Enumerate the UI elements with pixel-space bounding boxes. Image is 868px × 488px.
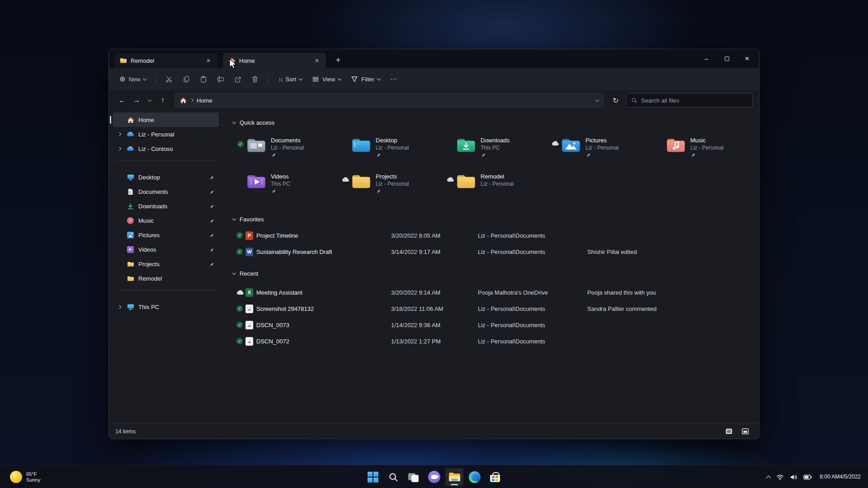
tile-name: Projects <box>376 173 409 180</box>
sidebar-item-remodel[interactable]: Remodel <box>113 271 219 286</box>
copy-button[interactable] <box>179 71 194 87</box>
tab-close-icon[interactable]: × <box>312 56 321 65</box>
maximize-button[interactable] <box>717 51 737 67</box>
synced-check-icon: ✓ <box>236 141 245 147</box>
close-button[interactable]: × <box>737 51 757 67</box>
new-button[interactable]: ⊕ New <box>115 71 150 87</box>
forward-button[interactable]: → <box>130 94 143 107</box>
tile-remodel[interactable]: Remodel Liz - Personal <box>442 170 547 205</box>
tile-music[interactable]: Music Liz - Personal <box>651 134 756 169</box>
up-button[interactable]: ↑ <box>156 94 170 107</box>
tile-desktop[interactable]: Desktop Liz - Personal <box>337 134 442 169</box>
section-header-recent[interactable]: Recent <box>232 268 748 279</box>
file-row-meeting-assistant[interactable]: X Meeting Assistant 3/20/2022 9:14 AM Po… <box>232 284 748 300</box>
system-tray: 8:00 AM 4/5/2022 <box>764 465 863 488</box>
tile-name: Desktop <box>376 136 409 144</box>
sidebar-item-this-pc[interactable]: This PC <box>113 300 219 314</box>
file-date: 1/14/2022 9:36 AM <box>391 322 478 328</box>
file-row-dscn-0072[interactable]: ✓ DSCN_0072 1/13/2022 1:27 PM Liz - Pers… <box>232 333 748 349</box>
tab-label: Remodel <box>131 57 154 64</box>
edge-button[interactable] <box>466 468 484 486</box>
clock[interactable]: 8:00 AM 4/5/2022 <box>818 474 861 480</box>
tile-downloads[interactable]: Downloads This PC <box>442 134 547 169</box>
sidebar-label: Videos <box>138 246 156 253</box>
store-button[interactable] <box>486 468 504 486</box>
sidebar-item-music[interactable]: ♪ Music <box>113 213 219 228</box>
chevron-right-icon[interactable] <box>116 133 123 136</box>
tile-documents[interactable]: ✓ Documents Liz - Personal <box>232 134 337 169</box>
tray-expand-button[interactable] <box>767 474 770 480</box>
divider <box>156 74 156 84</box>
breadcrumb[interactable]: Home <box>175 93 604 108</box>
cut-button[interactable] <box>161 71 177 87</box>
file-activity: Pooja shared this with you <box>587 289 748 296</box>
details-view-button[interactable] <box>724 427 734 436</box>
tile-videos[interactable]: Videos This PC <box>232 170 337 205</box>
file-name: Project Timeline <box>256 232 391 239</box>
tab-home[interactable]: Home × <box>223 53 326 68</box>
breadcrumb-item-home[interactable]: Home <box>197 97 212 104</box>
battery-button[interactable] <box>803 474 812 480</box>
pin-icon <box>209 262 214 267</box>
tile-pictures[interactable]: Pictures Liz - Personal <box>547 134 651 169</box>
large-icons-view-button[interactable] <box>740 427 750 436</box>
music-folder-icon <box>666 137 686 154</box>
sidebar-item-pictures[interactable]: Pictures <box>113 228 219 242</box>
tile-projects[interactable]: Projects Liz - Personal <box>337 170 442 205</box>
section-header-quick-access[interactable]: Quick access <box>232 117 748 128</box>
sidebar-item-downloads[interactable]: Downloads <box>113 199 219 213</box>
sidebar-label: Pictures <box>138 232 160 239</box>
chat-button[interactable] <box>425 468 443 486</box>
sidebar-item-liz-contoso[interactable]: Liz - Contoso <box>113 141 219 156</box>
address-dropdown-icon[interactable] <box>595 98 599 101</box>
sidebar-item-desktop[interactable]: Desktop <box>113 170 219 184</box>
tab-close-icon[interactable]: × <box>204 56 213 65</box>
cloud-status-icon <box>551 141 559 146</box>
file-explorer-window: Remodel × Home × + − × ⊕ New <box>108 49 760 439</box>
taskbar-icons <box>0 465 868 488</box>
delete-button[interactable] <box>247 71 263 87</box>
filter-button[interactable]: Filter <box>347 71 384 87</box>
sidebar-item-videos[interactable]: ▶ Videos <box>113 242 219 257</box>
chevron-right-icon[interactable] <box>116 305 123 308</box>
file-date: 3/20/2022 8:05 AM <box>391 232 478 239</box>
sidebar-item-documents[interactable]: Documents <box>113 184 219 199</box>
recent-locations-button[interactable] <box>144 94 155 107</box>
search-button[interactable] <box>384 468 402 486</box>
share-button[interactable] <box>230 71 245 87</box>
content-pane: Quick access ✓ Documents Liz - Personal <box>223 111 759 423</box>
chevron-down-icon <box>232 271 236 274</box>
sidebar-label: Liz - Personal <box>138 131 174 138</box>
file-row-sustainability-research-draft[interactable]: ✓ W Sustainability Research Draft 3/14/2… <box>232 244 748 260</box>
file-row-screenshot-29478132[interactable]: ✓ Screenshot 29478132 3/18/2022 11:06 AM… <box>232 300 748 317</box>
search-box <box>626 93 753 108</box>
tab-remodel[interactable]: Remodel × <box>114 53 217 68</box>
maximize-icon <box>725 56 729 61</box>
file-explorer-button[interactable] <box>445 468 463 486</box>
rename-button[interactable] <box>213 71 228 87</box>
wifi-button[interactable] <box>776 474 784 480</box>
sidebar-item-projects[interactable]: Projects <box>113 257 219 271</box>
sort-button[interactable]: ↑↓ Sort <box>274 71 306 87</box>
file-name: Screenshot 29478132 <box>256 305 391 312</box>
refresh-button[interactable]: ↻ <box>609 94 623 107</box>
back-button[interactable]: ← <box>115 94 129 107</box>
search-input[interactable] <box>641 97 748 104</box>
file-date: 3/20/2022 9:14 AM <box>391 289 478 296</box>
selection-indicator <box>110 116 111 124</box>
minimize-button[interactable]: − <box>696 51 717 67</box>
image-file-icon <box>245 321 253 329</box>
section-header-favorites[interactable]: Favorites <box>232 214 748 225</box>
file-row-dscn-0073[interactable]: ✓ DSCN_0073 1/14/2022 9:36 AM Liz - Pers… <box>232 317 748 333</box>
more-options-button[interactable]: ⋯ <box>386 71 401 87</box>
sidebar-item-liz-personal[interactable]: Liz - Personal <box>113 127 219 141</box>
volume-button[interactable] <box>790 474 797 480</box>
paste-button[interactable] <box>196 71 211 87</box>
file-row-project-timeline[interactable]: ✓ P Project Timeline 3/20/2022 8:05 AM L… <box>232 227 748 244</box>
start-button[interactable] <box>364 468 382 486</box>
task-view-button[interactable] <box>405 468 423 486</box>
chevron-right-icon[interactable] <box>116 147 123 150</box>
sidebar-item-home[interactable]: Home <box>113 113 219 127</box>
view-button[interactable]: View <box>308 71 345 87</box>
new-tab-button[interactable]: + <box>331 53 345 67</box>
